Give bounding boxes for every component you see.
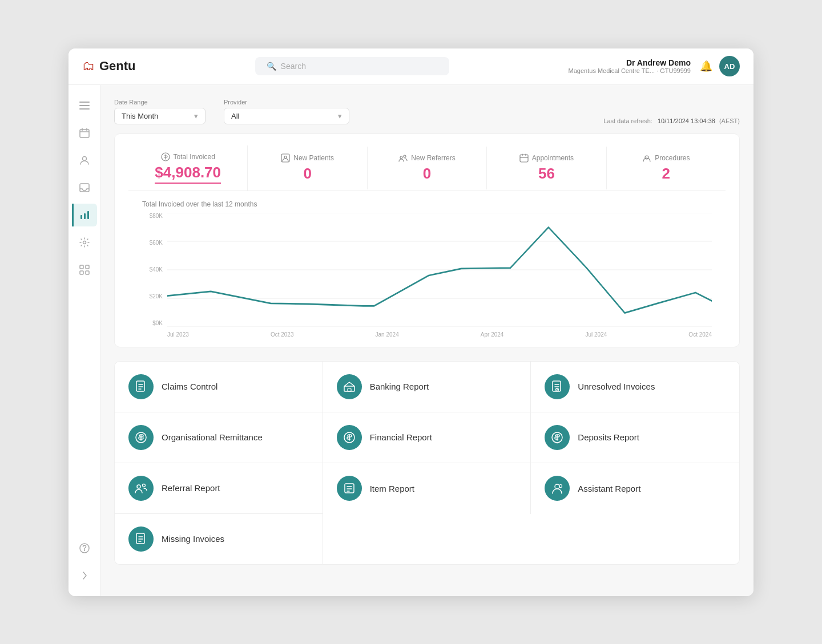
report-card-unresolved-invoices[interactable]: Unresolved Invoices: [531, 362, 739, 412]
banking-report-name: Banking Report: [370, 382, 429, 391]
report-card-assistant-report[interactable]: Assistant Report: [531, 463, 739, 514]
refresh-info: Last data refresh: 10/11/2024 13:04:38 (…: [603, 118, 740, 124]
svg-rect-15: [80, 271, 83, 274]
stat-patients-value: 0: [303, 165, 311, 183]
stat-procedures-value: 2: [662, 165, 670, 183]
stats-chart-card: Total Invoiced $4,908.70 New Patients 0: [114, 133, 740, 347]
main-window: 🗂 Gentu 🔍 Search Dr Andrew Demo Magentus…: [68, 48, 754, 596]
provider-value: All: [231, 112, 239, 120]
referral-report-name: Referral Report: [162, 483, 220, 493]
stat-referrers-value: 0: [423, 165, 431, 183]
header-icons: 🔔 AD: [700, 56, 740, 76]
stat-patients-label: New Patients: [281, 153, 334, 163]
sidebar-item-calendar[interactable]: [73, 121, 96, 144]
stat-appointments-value: 56: [538, 165, 555, 183]
search-placeholder: Search: [281, 62, 306, 71]
chart-section: Total Invoiced over the last 12 months $…: [128, 191, 726, 347]
organisational-remittance-name: Organisational Remittance: [162, 432, 263, 442]
y-label-0k: $0K: [152, 320, 163, 326]
referral-report-icon: [128, 476, 154, 501]
report-grid: Claims Control Banking Report Unresolved…: [114, 361, 740, 565]
report-card-financial-report[interactable]: Financial Report: [323, 412, 531, 463]
svg-point-46: [137, 485, 140, 488]
y-label-60k: $60K: [150, 240, 163, 246]
svg-rect-33: [136, 381, 144, 391]
stat-referrers-label: New Referrers: [398, 153, 455, 163]
provider-select[interactable]: All ▾: [224, 108, 349, 124]
stat-total-label: Total Invoiced: [161, 152, 215, 161]
svg-rect-39: [553, 381, 561, 391]
user-name: Dr Andrew Demo: [569, 58, 691, 67]
y-label-80k: $80K: [150, 213, 163, 219]
item-report-name: Item Report: [370, 484, 414, 493]
date-range-select[interactable]: This Month ▾: [114, 108, 206, 124]
x-label-oct2024: Oct 2024: [688, 331, 712, 338]
date-range-value: This Month: [122, 112, 158, 120]
stat-procedures: Procedures 2: [607, 147, 726, 189]
sidebar: [68, 85, 100, 596]
svg-point-21: [400, 156, 402, 159]
missing-invoices-name: Missing Invoices: [162, 534, 224, 544]
svg-rect-3: [80, 129, 89, 137]
sidebar-item-help[interactable]: [73, 537, 96, 560]
svg-point-27: [645, 156, 648, 159]
sidebar-item-reports[interactable]: [72, 204, 97, 226]
svg-point-47: [143, 484, 146, 487]
main-content: Date Range This Month ▾ Provider All ▾ L…: [100, 85, 754, 596]
user-info: Dr Andrew Demo Magentus Medical Centre T…: [569, 58, 691, 74]
report-card-banking-report[interactable]: Banking Report: [323, 362, 531, 412]
chart-svg: [167, 213, 712, 327]
refresh-timezone: (AEST): [719, 118, 740, 124]
chevron-down-icon-2: ▾: [338, 112, 342, 120]
report-card-claims-control[interactable]: Claims Control: [115, 362, 323, 412]
item-report-icon: [337, 476, 362, 501]
bell-icon[interactable]: 🔔: [700, 60, 712, 72]
svg-rect-13: [80, 265, 83, 269]
report-card-deposits-report[interactable]: Deposits Report: [531, 412, 739, 463]
report-card-missing-invoices[interactable]: Missing Invoices: [115, 514, 323, 564]
search-bar[interactable]: 🔍 Search: [255, 57, 449, 75]
chart-area: Jul 2023 Oct 2023 Jan 2024 Apr 2024 Jul …: [167, 213, 712, 338]
svg-point-22: [404, 155, 406, 157]
svg-point-12: [83, 241, 86, 244]
refresh-time: 10/11/2024 13:04:38: [658, 118, 715, 124]
deposits-report-name: Deposits Report: [578, 432, 639, 442]
claims-control-name: Claims Control: [162, 382, 217, 391]
x-label-apr2024: Apr 2024: [481, 331, 504, 338]
svg-rect-2: [79, 108, 90, 110]
logo-icon: 🗂: [82, 59, 95, 74]
sidebar-item-menu[interactable]: [73, 94, 96, 117]
sidebar-item-patients[interactable]: [73, 149, 96, 172]
missing-invoices-icon: [128, 526, 154, 552]
sidebar-item-expand[interactable]: [73, 564, 96, 587]
deposits-report-icon: [545, 425, 570, 450]
svg-rect-11: [87, 211, 89, 219]
report-card-referral-report[interactable]: Referral Report: [115, 463, 323, 514]
refresh-label: Last data refresh:: [603, 118, 652, 124]
logo[interactable]: 🗂 Gentu: [82, 59, 136, 74]
unresolved-invoices-icon: [545, 374, 570, 399]
header: 🗂 Gentu 🔍 Search Dr Andrew Demo Magentus…: [68, 48, 754, 85]
x-label-jul2024: Jul 2024: [585, 331, 607, 338]
report-card-item-report[interactable]: Item Report: [323, 463, 531, 514]
svg-point-7: [82, 156, 86, 160]
date-range-filter: Date Range This Month ▾: [114, 99, 206, 124]
svg-rect-54: [136, 533, 144, 544]
chevron-down-icon: ▾: [194, 112, 198, 120]
claims-control-icon: [128, 374, 154, 399]
banking-report-icon: [337, 374, 362, 399]
sidebar-item-settings[interactable]: [73, 231, 96, 254]
svg-rect-0: [79, 102, 90, 103]
y-label-40k: $40K: [150, 266, 163, 273]
report-card-organisational-remittance[interactable]: Organisational Remittance: [115, 412, 323, 463]
avatar[interactable]: AD: [719, 56, 740, 76]
date-range-label: Date Range: [114, 99, 206, 106]
svg-rect-16: [86, 271, 89, 274]
search-icon: 🔍: [267, 62, 276, 71]
stat-total-value: $4,908.70: [155, 164, 221, 184]
svg-rect-23: [520, 155, 528, 162]
stat-appointments: Appointments 56: [487, 147, 606, 189]
filters-bar: Date Range This Month ▾ Provider All ▾ L…: [114, 99, 740, 124]
sidebar-item-widgets[interactable]: [73, 258, 96, 281]
sidebar-item-inbox[interactable]: [73, 176, 96, 199]
